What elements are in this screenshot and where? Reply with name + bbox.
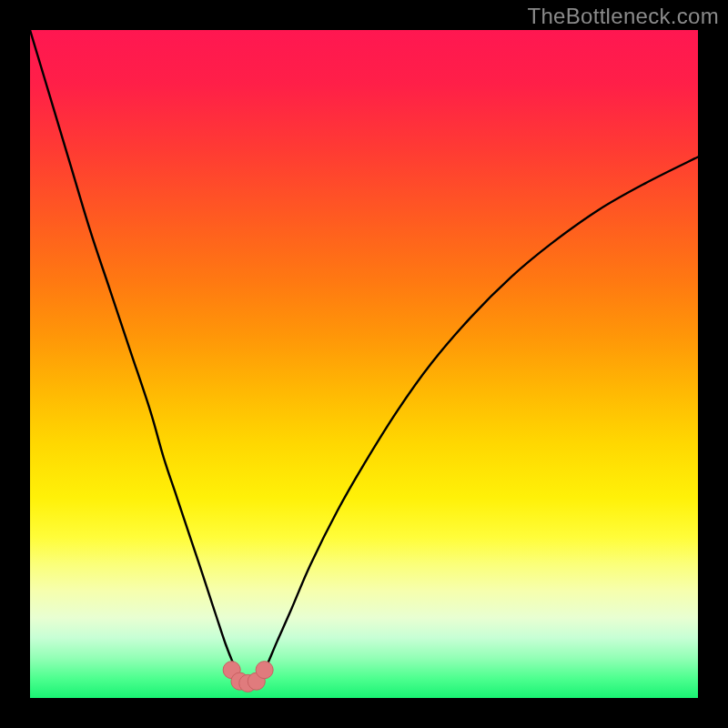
bottleneck-curve bbox=[30, 30, 698, 698]
watermark-text: TheBottleneck.com bbox=[527, 4, 719, 29]
chart-frame: TheBottleneck.com bbox=[0, 0, 728, 728]
curve-marker bbox=[256, 662, 273, 679]
plot-area bbox=[30, 30, 698, 698]
